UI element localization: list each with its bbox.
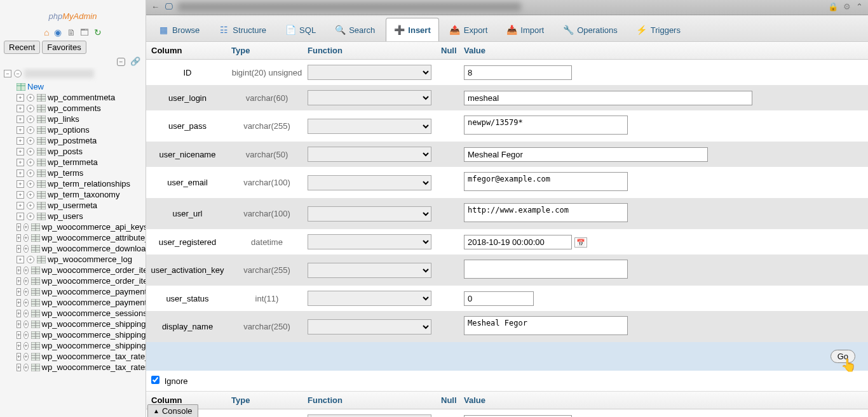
- value-input[interactable]: [464, 147, 708, 162]
- expand-toggle-icon[interactable]: +: [17, 245, 21, 253]
- value-input[interactable]: [464, 91, 752, 105]
- tree-node-icon[interactable]: +: [24, 267, 28, 274]
- sidebar-table-item[interactable]: ++wp_links: [0, 114, 146, 124]
- sidebar-table-item[interactable]: ++wp_commentmeta: [0, 92, 146, 103]
- tree-node-icon[interactable]: +: [27, 256, 34, 263]
- reload-icon[interactable]: ↻: [94, 27, 102, 37]
- function-select[interactable]: [308, 90, 431, 105]
- logout-icon[interactable]: ◉: [54, 27, 62, 37]
- value-textarea[interactable]: newpw/13579*: [464, 116, 628, 135]
- sidebar-table-item[interactable]: ++wp_usermeta: [0, 200, 146, 211]
- sidebar-table-item[interactable]: ++wp_woocommerce_shipping_zone_methods: [0, 329, 146, 340]
- expand-toggle-icon[interactable]: +: [17, 223, 21, 231]
- function-select[interactable]: [308, 65, 431, 80]
- tree-node-icon[interactable]: +: [24, 299, 28, 307]
- value-input[interactable]: [464, 65, 572, 80]
- expand-toggle-icon[interactable]: +: [17, 234, 21, 242]
- value-input[interactable]: [464, 415, 572, 418]
- tree-node-icon[interactable]: +: [24, 234, 28, 242]
- value-textarea[interactable]: [464, 260, 628, 279]
- function-select[interactable]: [308, 414, 431, 417]
- sidebar-table-item[interactable]: ++wp_posts: [0, 146, 146, 157]
- tab-browse[interactable]: ▦Browse: [150, 18, 208, 41]
- tree-node-icon[interactable]: +: [24, 342, 28, 350]
- sidebar-table-item[interactable]: ++wp_term_taxonomy: [0, 189, 146, 200]
- database-node[interactable]: − −: [0, 69, 146, 79]
- expand-toggle-icon[interactable]: +: [17, 267, 21, 274]
- docs-icon[interactable]: 🗎: [67, 27, 76, 37]
- function-select[interactable]: [308, 319, 431, 334]
- calendar-icon[interactable]: 📅: [574, 237, 587, 248]
- sidebar-table-item[interactable]: ++wp_woocommerce_tax_rates: [0, 362, 146, 373]
- tree-node-icon[interactable]: +: [27, 137, 34, 145]
- expand-toggle-icon[interactable]: +: [17, 353, 21, 361]
- sidebar-table-item[interactable]: ++wp_woocommerce_sessions: [0, 308, 146, 319]
- tree-node-icon[interactable]: +: [24, 277, 28, 285]
- favorites-button[interactable]: Favorites: [42, 41, 86, 54]
- tab-search[interactable]: 🔍Search: [327, 18, 383, 41]
- tab-operations[interactable]: 🔧Operations: [555, 18, 626, 41]
- expand-toggle-icon[interactable]: +: [17, 364, 21, 371]
- go-button[interactable]: Go: [831, 350, 855, 363]
- sidebar-table-item[interactable]: ++wp_woocommerce_log: [0, 254, 146, 265]
- home-icon[interactable]: ⌂: [44, 27, 49, 37]
- value-input[interactable]: [464, 291, 534, 306]
- tree-node-icon[interactable]: +: [24, 288, 28, 296]
- expand-toggle-icon[interactable]: +: [17, 288, 21, 296]
- function-select[interactable]: [308, 234, 431, 249]
- tree-node-icon[interactable]: +: [27, 159, 34, 166]
- tree-node-icon[interactable]: +: [27, 180, 34, 188]
- sidebar-table-item[interactable]: ++wp_comments: [0, 103, 146, 114]
- expand-toggle-icon[interactable]: +: [17, 94, 24, 102]
- function-select[interactable]: [308, 206, 431, 222]
- tree-node-icon[interactable]: +: [24, 331, 28, 339]
- function-select[interactable]: [308, 175, 431, 190]
- sidebar-table-item[interactable]: ++wp_woocommerce_downloadable_product_pe…: [0, 243, 146, 254]
- tree-node-icon[interactable]: +: [27, 94, 34, 102]
- expand-toggle-icon[interactable]: +: [17, 299, 21, 307]
- sidebar-table-item[interactable]: ++wp_woocommerce_tax_rate_locations: [0, 351, 146, 362]
- expand-toggle-icon[interactable]: +: [17, 180, 24, 188]
- expand-toggle-icon[interactable]: +: [17, 277, 21, 285]
- tree-node-icon[interactable]: +: [27, 116, 34, 123]
- expand-toggle-icon[interactable]: +: [17, 148, 24, 156]
- expand-toggle-icon[interactable]: +: [17, 342, 21, 350]
- nav-back-icon[interactable]: ←: [151, 2, 159, 11]
- expand-toggle-icon[interactable]: +: [17, 126, 24, 134]
- tab-triggers[interactable]: ⚡Triggers: [628, 18, 689, 41]
- tree-node-icon[interactable]: +: [24, 310, 28, 317]
- value-textarea[interactable]: mfegor@example.com: [464, 172, 628, 191]
- sidebar-table-item[interactable]: ++wp_termmeta: [0, 157, 146, 168]
- ignore-checkbox[interactable]: [151, 376, 159, 384]
- nav-settings-icon[interactable]: 🗔: [80, 27, 89, 37]
- link-icon[interactable]: 🔗: [130, 56, 140, 66]
- expand-toggle-icon[interactable]: +: [17, 159, 24, 166]
- expand-toggle-icon[interactable]: +: [17, 310, 21, 317]
- sidebar-table-item[interactable]: ++wp_woocommerce_order_items: [0, 275, 146, 286]
- collapse-icon[interactable]: −: [117, 58, 126, 66]
- console-button[interactable]: ▲ Console: [147, 404, 198, 417]
- tree-node-icon[interactable]: +: [24, 321, 28, 328]
- sidebar-table-item[interactable]: ++wp_options: [0, 124, 146, 135]
- sidebar-table-item[interactable]: ++wp_woocommerce_shipping_zone_locations: [0, 319, 146, 329]
- sidebar-table-item[interactable]: ++wp_terms: [0, 168, 146, 178]
- sidebar-table-item[interactable]: ++wp_woocommerce_attribute_taxonomies: [0, 232, 146, 243]
- sidebar-table-item[interactable]: ++wp_woocommerce_shipping_zones: [0, 340, 146, 351]
- expand-toggle-icon[interactable]: +: [17, 105, 24, 112]
- expand-toggle-icon[interactable]: +: [17, 169, 24, 177]
- page-collapse-icon[interactable]: ⌃: [856, 2, 863, 11]
- expand-toggle-icon[interactable]: +: [17, 202, 24, 209]
- expand-toggle-icon[interactable]: +: [17, 116, 24, 123]
- tab-export[interactable]: 📤Export: [442, 18, 496, 41]
- tab-sql[interactable]: 📄SQL: [277, 18, 324, 41]
- expand-toggle-icon[interactable]: +: [17, 331, 21, 339]
- tree-node-icon[interactable]: +: [27, 191, 34, 199]
- tree-db-icon[interactable]: −: [14, 70, 22, 77]
- tree-node-icon[interactable]: +: [27, 126, 34, 134]
- tree-node-icon[interactable]: +: [24, 364, 28, 371]
- settings-icon[interactable]: ⚙: [843, 2, 851, 11]
- tree-node-icon[interactable]: +: [24, 353, 28, 361]
- tree-node-icon[interactable]: +: [27, 213, 34, 220]
- new-table-link[interactable]: New: [0, 81, 146, 92]
- tree-node-icon[interactable]: +: [27, 105, 34, 112]
